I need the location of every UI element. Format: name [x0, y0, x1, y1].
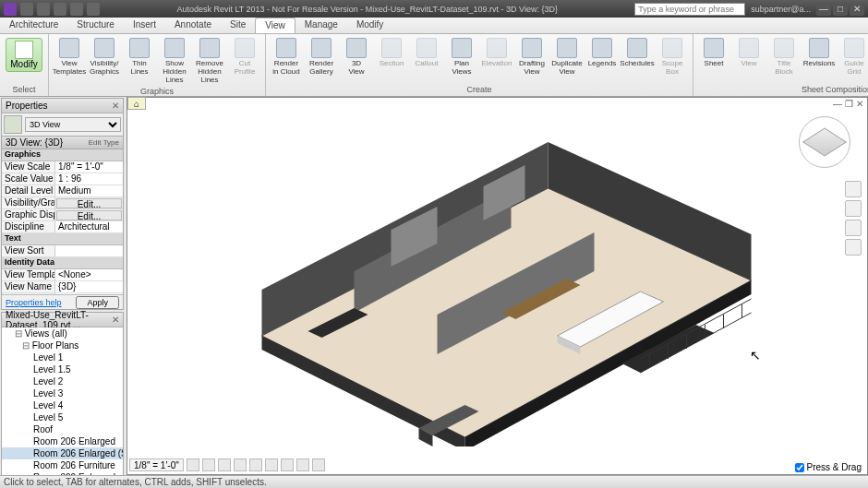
tree-node[interactable]: Level 1: [2, 351, 123, 363]
orbit-icon[interactable]: [845, 239, 862, 256]
schedules-button[interactable]: Schedules: [621, 36, 654, 69]
prop-value[interactable]: 1 : 96: [55, 173, 123, 184]
help-search-input[interactable]: [634, 3, 745, 16]
prop-value[interactable]: Edit...: [56, 198, 122, 208]
detail-level-icon[interactable]: [187, 458, 199, 471]
tree-node[interactable]: Level 5: [2, 411, 123, 423]
remove-button[interactable]: RemoveHidden Lines: [193, 36, 226, 86]
zoom-icon[interactable]: [845, 220, 862, 236]
ribbon-tab-insert[interactable]: Insert: [124, 18, 165, 33]
prop-section-graphics[interactable]: Graphics: [2, 149, 123, 161]
view-scale[interactable]: 1/8" = 1'-0": [129, 458, 184, 471]
ribbon-tab-site[interactable]: Site: [221, 18, 255, 33]
prop-value[interactable]: <None>: [55, 269, 123, 280]
prop-row[interactable]: Graphic Displ...Edit...: [2, 209, 123, 221]
mdi-min-icon[interactable]: —: [833, 99, 842, 109]
properties-help-link[interactable]: Properties help: [6, 298, 62, 307]
prop-row[interactable]: Visibility/Grap...Edit...: [2, 197, 123, 209]
-d-button[interactable]: 3DView: [340, 36, 373, 77]
qat-save-icon[interactable]: [37, 3, 50, 16]
visibility--button[interactable]: Visibility/Graphics: [88, 36, 121, 77]
app-logo-icon[interactable]: [4, 3, 17, 16]
tree-node[interactable]: Level 3: [2, 387, 123, 399]
thin-button[interactable]: ThinLines: [123, 36, 156, 77]
prop-value[interactable]: Medium: [55, 185, 123, 196]
qat-open-icon[interactable]: [20, 3, 33, 16]
prop-section-identity-data[interactable]: Identity Data: [2, 257, 123, 269]
steering-wheel-icon[interactable]: [845, 181, 862, 197]
home-icon[interactable]: ⌂: [134, 99, 139, 109]
render-button[interactable]: Renderin Cloud: [270, 36, 303, 77]
ribbon-tab-architecture[interactable]: Architecture: [0, 18, 67, 33]
qat-redo-icon[interactable]: [70, 3, 83, 16]
prop-row[interactable]: View Name{3D}: [2, 281, 123, 293]
document-tab[interactable]: ⌂: [127, 97, 146, 110]
minimize-button[interactable]: —: [816, 3, 831, 16]
panel-close-icon[interactable]: ✕: [112, 315, 119, 325]
ribbon-tab-structure[interactable]: Structure: [67, 18, 124, 33]
modify-button[interactable]: Modify: [6, 38, 42, 72]
edit-type-button[interactable]: Edit Type: [89, 138, 119, 147]
mdi-restore-icon[interactable]: ❐: [845, 99, 853, 109]
tree-node[interactable]: Roof: [2, 423, 123, 435]
reveal-hidden-icon[interactable]: [312, 458, 325, 471]
project-browser-tree[interactable]: Views (all)Floor PlansLevel 1Level 1.5Le…: [2, 327, 123, 488]
prop-row[interactable]: DisciplineArchitectural: [2, 221, 123, 233]
render-button[interactable]: RenderGallery: [305, 36, 338, 77]
drafting-button[interactable]: DraftingView: [515, 36, 549, 77]
prop-value[interactable]: [55, 245, 123, 256]
plan-button[interactable]: PlanViews: [445, 36, 478, 77]
close-button[interactable]: ✕: [850, 3, 864, 16]
prop-row[interactable]: Scale Value1 : 96: [2, 173, 123, 185]
prop-row[interactable]: Detail LevelMedium: [2, 185, 123, 197]
tree-node[interactable]: Floor Plans: [2, 339, 123, 351]
ribbon-tab-view[interactable]: View: [255, 18, 295, 33]
mdi-close-icon[interactable]: ✕: [856, 99, 863, 109]
visual-style-icon[interactable]: [202, 458, 215, 471]
press-drag-toggle[interactable]: Press & Drag: [795, 462, 862, 472]
revisions-button[interactable]: Revisions: [802, 36, 836, 69]
tree-node[interactable]: Room 206 Furniture: [2, 459, 123, 471]
tree-node[interactable]: Level 4: [2, 399, 123, 411]
prop-value[interactable]: 1/8" = 1'-0": [55, 161, 123, 173]
type-selector[interactable]: 3D View: [2, 113, 123, 136]
show-button[interactable]: ShowHidden Lines: [158, 36, 191, 86]
tree-node[interactable]: Level 2: [2, 375, 123, 387]
prop-row[interactable]: View Sort: [2, 245, 123, 257]
tree-node[interactable]: Level 1.5: [2, 363, 123, 375]
maximize-button[interactable]: □: [833, 3, 848, 16]
tree-node[interactable]: Room 206 Enlarged (Sh: [2, 447, 123, 459]
ribbon-tab-manage[interactable]: Manage: [295, 18, 347, 33]
ribbon-tab-modify[interactable]: Modify: [347, 18, 392, 33]
apply-button[interactable]: Apply: [76, 296, 119, 309]
ribbon-tab-annotate[interactable]: Annotate: [165, 18, 221, 33]
panel-close-icon[interactable]: ✕: [112, 101, 119, 111]
prop-row[interactable]: View Template<None>: [2, 269, 123, 281]
browser-header[interactable]: Mixed-Use_RevitLT-Dataset_109.rvt ... ✕: [2, 313, 123, 327]
press-drag-checkbox[interactable]: [795, 463, 804, 472]
tree-node[interactable]: Room 206 Enlarged: [2, 435, 123, 447]
prop-value[interactable]: Architectural: [55, 221, 123, 232]
shadows-icon[interactable]: [234, 458, 247, 471]
pan-icon[interactable]: [845, 200, 862, 217]
view-canvas[interactable]: ⌂ — ❐ ✕: [127, 97, 868, 475]
prop-section-text[interactable]: Text: [2, 233, 123, 245]
sheet-button[interactable]: Sheet: [697, 36, 730, 69]
signed-in-user[interactable]: subpartner@a...: [751, 5, 811, 14]
sun-path-icon[interactable]: [218, 458, 231, 471]
temp-hide-icon[interactable]: [296, 458, 309, 471]
tree-node[interactable]: Views (all): [2, 327, 123, 339]
duplicate-button[interactable]: DuplicateView: [550, 36, 584, 77]
model-view[interactable]: [155, 124, 812, 446]
prop-value[interactable]: {3D}: [55, 281, 123, 292]
prop-value[interactable]: Edit...: [56, 210, 122, 220]
lock-view-icon[interactable]: [281, 458, 294, 471]
crop-view-icon[interactable]: [249, 458, 262, 471]
qat-print-icon[interactable]: [87, 3, 100, 16]
legends-button[interactable]: Legends: [585, 36, 619, 69]
prop-row[interactable]: View Scale1/8" = 1'-0": [2, 161, 123, 173]
crop-region-icon[interactable]: [265, 458, 278, 471]
type-dropdown[interactable]: 3D View: [25, 117, 121, 132]
qat-undo-icon[interactable]: [54, 3, 66, 16]
view-button[interactable]: ViewTemplates: [53, 36, 86, 77]
